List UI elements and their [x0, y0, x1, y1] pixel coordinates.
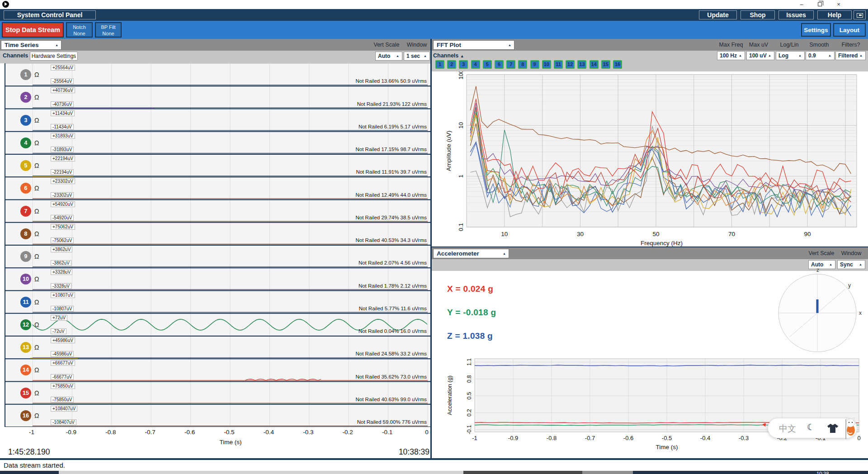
- svg-text:0.8: 0.8: [466, 375, 472, 383]
- impedance-button-2[interactable]: Ω: [34, 94, 39, 101]
- channel-6-status: Not Railed 12.49% 44.0 uVrms: [356, 192, 427, 198]
- taskbar[interactable]: 10:38: [0, 471, 868, 474]
- vert-scale-select[interactable]: Auto▲: [375, 52, 402, 61]
- channel-toggle-16[interactable]: 16: [20, 410, 31, 421]
- time-series-title-dropdown[interactable]: Time Series▲: [1, 40, 61, 50]
- channel-toggle-1[interactable]: 1: [20, 69, 31, 80]
- impedance-button-12[interactable]: Ω: [34, 321, 39, 328]
- shirt-icon[interactable]: [827, 423, 839, 433]
- accel-z-value: Z = 1.038 g: [447, 331, 493, 341]
- impedance-button-7[interactable]: Ω: [34, 208, 39, 215]
- log-lin-select[interactable]: Log▲: [776, 51, 805, 60]
- fft-channel-button-9[interactable]: 9: [530, 60, 539, 69]
- bandpass-filter-button[interactable]: BP FiltNone: [95, 22, 122, 38]
- fft-channel-button-8[interactable]: 8: [518, 60, 527, 69]
- top-strip: – ×: [0, 0, 868, 9]
- svg-text:100: 100: [458, 71, 464, 80]
- impedance-button-3[interactable]: Ω: [34, 117, 39, 124]
- impedance-button-5[interactable]: Ω: [34, 162, 39, 169]
- impedance-button-6[interactable]: Ω: [34, 185, 39, 192]
- accel-plot[interactable]: 1.10.80.50.2-0.1-1-0.9-0.8-0.7-0.6-0.5-0…: [432, 348, 868, 458]
- channel-toggle-11[interactable]: 11: [20, 297, 31, 308]
- svg-text:0.5: 0.5: [466, 392, 472, 400]
- chevron-up-icon: ▲: [508, 41, 511, 50]
- impedance-button-9[interactable]: Ω: [34, 253, 39, 260]
- max-freq-select[interactable]: 100 Hz▲: [717, 51, 745, 60]
- max-uv-select[interactable]: 100 uV▲: [746, 51, 774, 60]
- channel-toggle-13[interactable]: 13: [20, 342, 31, 353]
- impedance-button-16[interactable]: Ω: [34, 412, 39, 419]
- hardware-settings-button[interactable]: Hardware Settings: [30, 52, 78, 61]
- fft-plot[interactable]: 1001010.1Amplitude (uV)1030507090Frequen…: [432, 71, 868, 246]
- fft-channel-button-10[interactable]: 10: [542, 60, 551, 69]
- channel-15-vmin: -75850uV: [51, 397, 74, 403]
- fft-channel-button-7[interactable]: 7: [506, 60, 515, 69]
- fft-channel-button-16[interactable]: 16: [613, 60, 622, 69]
- fft-channel-button-13[interactable]: 13: [577, 60, 586, 69]
- ime-popup[interactable]: ♥ 中文 ☾: [768, 418, 857, 438]
- fft-channel-button-11[interactable]: 11: [554, 60, 563, 69]
- channel-toggle-3[interactable]: 3: [20, 115, 31, 126]
- impedance-button-1[interactable]: Ω: [34, 71, 39, 78]
- elapsed-time: 1:45:28.190: [8, 447, 50, 457]
- help-button[interactable]: Help: [817, 10, 852, 19]
- minimize-button[interactable]: –: [794, 0, 809, 9]
- fft-channels-button[interactable]: Channels ▲: [433, 52, 464, 59]
- fft-channel-button-1[interactable]: 1: [435, 60, 444, 69]
- impedance-button-13[interactable]: Ω: [34, 344, 39, 351]
- impedance-button-14[interactable]: Ω: [34, 366, 39, 374]
- svg-text:0.1: 0.1: [458, 223, 464, 231]
- console-button[interactable]: [854, 10, 866, 19]
- impedance-button-11[interactable]: Ω: [34, 299, 39, 306]
- fft-title-dropdown[interactable]: FFT Plot▲: [433, 40, 514, 50]
- fft-channel-button-4[interactable]: 4: [471, 60, 480, 69]
- impedance-button-10[interactable]: Ω: [34, 275, 39, 283]
- impedance-button-4[interactable]: Ω: [34, 139, 39, 147]
- channels-dropdown-button[interactable]: Channels ▼: [3, 52, 34, 59]
- channel-toggle-8[interactable]: 8: [20, 228, 31, 239]
- issues-button[interactable]: Issues: [778, 10, 814, 19]
- accelerometer-title-dropdown[interactable]: Accelerometer▲: [433, 249, 509, 258]
- filters-select[interactable]: Filtered▲: [835, 51, 866, 60]
- svg-text:-0.1: -0.1: [466, 425, 472, 434]
- system-control-panel-button[interactable]: System Control Panel: [4, 10, 96, 19]
- svg-text:y: y: [848, 282, 851, 289]
- fft-channel-button-5[interactable]: 5: [483, 60, 492, 69]
- shop-button[interactable]: Shop: [741, 10, 775, 19]
- channel-toggle-7[interactable]: 7: [20, 206, 31, 217]
- channel-11-status: Not Railed 5.77% 11.6 uVrms: [359, 306, 427, 311]
- update-button[interactable]: Update: [699, 10, 737, 19]
- channel-14-vmax: +66677uV: [51, 360, 75, 366]
- layout-button[interactable]: Layout: [833, 23, 866, 37]
- stop-data-stream-button[interactable]: Stop Data Stream: [2, 22, 64, 38]
- fft-channel-button-15[interactable]: 15: [601, 60, 610, 69]
- smooth-select[interactable]: 0.9▲: [806, 51, 835, 60]
- fft-channel-button-3[interactable]: 3: [459, 60, 468, 69]
- fft-channel-button-2[interactable]: 2: [447, 60, 456, 69]
- settings-button[interactable]: Settings: [801, 23, 831, 37]
- fft-channel-button-14[interactable]: 14: [590, 60, 599, 69]
- time-series-plot[interactable]: 1Ω+25564uV-25564uVNot Railed 13.66% 50.9…: [5, 63, 429, 427]
- channel-toggle-4[interactable]: 4: [20, 137, 31, 148]
- window-select[interactable]: 1 sec▲: [404, 52, 430, 61]
- moon-icon[interactable]: ☾: [807, 422, 815, 432]
- record-play-icon[interactable]: [2, 1, 9, 8]
- channel-2-status: Not Railed 21.93% 122 uVrms: [357, 101, 427, 107]
- impedance-button-8[interactable]: Ω: [34, 230, 39, 237]
- channel-toggle-15[interactable]: 15: [20, 388, 31, 398]
- svg-text:-0.4: -0.4: [700, 435, 710, 441]
- svg-text:Time (s): Time (s): [656, 444, 678, 450]
- close-button[interactable]: ×: [831, 0, 846, 9]
- channel-9-vmin: -3862uV: [51, 260, 71, 266]
- channel-toggle-5[interactable]: 5: [20, 160, 31, 171]
- channel-toggle-9[interactable]: 9: [20, 251, 31, 262]
- channel-10-vmin: -3328uV: [51, 283, 71, 289]
- fft-channel-button-6[interactable]: 6: [495, 60, 504, 69]
- ime-language-button[interactable]: 中文: [779, 423, 796, 435]
- restore-button[interactable]: [812, 0, 827, 9]
- cat-mascot-icon[interactable]: [841, 417, 858, 440]
- impedance-button-15[interactable]: Ω: [34, 389, 39, 397]
- fft-channel-button-12[interactable]: 12: [566, 60, 575, 69]
- channel-toggle-12[interactable]: 12: [20, 319, 31, 330]
- notch-filter-button[interactable]: NotchNone: [66, 22, 93, 38]
